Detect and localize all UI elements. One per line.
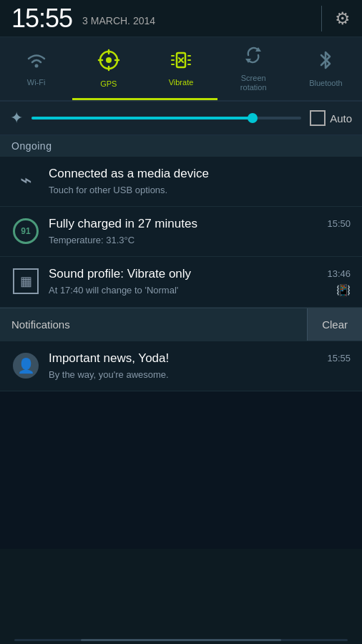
status-right-area: ⚙ [315, 6, 351, 31]
scrollbar-thumb [81, 639, 281, 641]
notif-battery[interactable]: 91 Fully charged in 27 minutes 15:50 Tem… [0, 207, 362, 257]
notif-yoda-title: Important news, Yoda! [49, 351, 169, 366]
yoda-avatar: 👤 [13, 353, 39, 379]
bluetooth-label: Bluetooth [309, 79, 342, 88]
brightness-fill [31, 117, 253, 119]
notif-usb-top: Connected as a media device [49, 167, 351, 183]
notif-yoda-top: Important news, Yoda! 15:55 [49, 351, 351, 368]
notif-battery-top: Fully charged in 27 minutes 15:50 [49, 217, 351, 233]
bottom-area [0, 391, 362, 549]
auto-label: Auto [330, 112, 352, 125]
sound-icon-symbol: ▦ [20, 273, 32, 289]
notif-sound-bottom: At 17:40 will change to 'Normal' 📳 [49, 283, 351, 297]
gps-icon [97, 49, 120, 77]
notif-sound-title: Sound profile: Vibrate only [49, 267, 191, 281]
qs-gps[interactable]: GPS [72, 37, 145, 100]
clear-button[interactable]: Clear [307, 308, 362, 341]
settings-icon[interactable]: ⚙ [335, 9, 351, 29]
date-display: 3 MARCH. 2014 [82, 15, 155, 26]
notifications-footer: Notifications Clear [0, 308, 362, 341]
vibrate-label: Vibrate [169, 78, 194, 87]
rotation-label: Screen rotation [240, 74, 267, 92]
vibrate-small-icon: 📳 [336, 283, 351, 297]
notif-usb-title: Connected as a media device [49, 167, 209, 181]
notif-sound-top: Sound profile: Vibrate only 13:46 [49, 267, 351, 283]
notif-yoda-time: 15:55 [327, 353, 351, 364]
time-display: 15:55 [11, 4, 72, 34]
notif-usb-subtitle: Touch for other USB options. [49, 185, 167, 195]
scrollbar-track[interactable] [14, 639, 348, 641]
notif-battery-subtitle: Temperature: 31.3°C [49, 235, 134, 245]
usb-icon: ⌁ [20, 168, 32, 192]
svg-point-2 [106, 57, 112, 63]
status-bar: 15:55 3 MARCH. 2014 ⚙ [0, 0, 362, 37]
svg-point-0 [34, 64, 38, 67]
wifi-icon [25, 50, 48, 75]
sound-profile-icon: ▦ [13, 268, 39, 294]
auto-checkbox[interactable] [310, 110, 326, 126]
rotation-icon [243, 44, 264, 71]
notif-battery-title: Fully charged in 27 minutes [49, 217, 197, 231]
auto-checkbox-area[interactable]: Auto [310, 110, 352, 126]
notifications-section-label: Notifications [0, 308, 307, 341]
notif-sound-time: 13:46 [327, 268, 351, 279]
brightness-row: ✦ Auto [0, 102, 362, 135]
notif-sound[interactable]: ▦ Sound profile: Vibrate only 13:46 At 1… [0, 257, 362, 308]
battery-icon-area: 91 [11, 218, 40, 244]
battery-circle-icon: 91 [13, 218, 39, 244]
notif-usb-content: Connected as a media device Touch for ot… [49, 167, 351, 196]
usb-icon-area: ⌁ [11, 168, 40, 192]
qs-vibrate[interactable]: Vibrate [145, 37, 217, 100]
notif-yoda[interactable]: 👤 Important news, Yoda! 15:55 By the way… [0, 341, 362, 391]
sound-icon-area: ▦ [11, 268, 40, 294]
ongoing-label: Ongoing [11, 140, 52, 152]
notif-yoda-content: Important news, Yoda! 15:55 By the way, … [49, 351, 351, 381]
qs-wifi[interactable]: Wi-Fi [0, 37, 72, 100]
notif-sound-subtitle: At 17:40 will change to 'Normal' [49, 285, 178, 296]
brightness-thumb [248, 113, 258, 123]
bluetooth-icon [317, 49, 334, 76]
notif-battery-time: 15:50 [327, 218, 351, 229]
qs-rotation[interactable]: Screen rotation [217, 37, 290, 100]
qs-bluetooth[interactable]: Bluetooth [290, 37, 362, 100]
notif-yoda-subtitle: By the way, you're awesome. [49, 369, 169, 380]
vibrate-icon [170, 50, 192, 75]
brightness-slider[interactable] [31, 117, 301, 119]
quick-settings-panel: Wi-Fi GPS [0, 37, 362, 102]
notif-sound-content: Sound profile: Vibrate only 13:46 At 17:… [49, 267, 351, 297]
ongoing-header: Ongoing [0, 135, 362, 157]
gps-label: GPS [100, 79, 117, 89]
avatar-icon: 👤 [17, 357, 35, 374]
brightness-icon: ✦ [10, 109, 23, 127]
notif-usb[interactable]: ⌁ Connected as a media device Touch for … [0, 157, 362, 207]
notif-battery-content: Fully charged in 27 minutes 15:50 Temper… [49, 217, 351, 246]
yoda-icon-area: 👤 [11, 353, 40, 379]
wifi-label: Wi-Fi [27, 78, 46, 87]
status-divider [321, 6, 322, 31]
